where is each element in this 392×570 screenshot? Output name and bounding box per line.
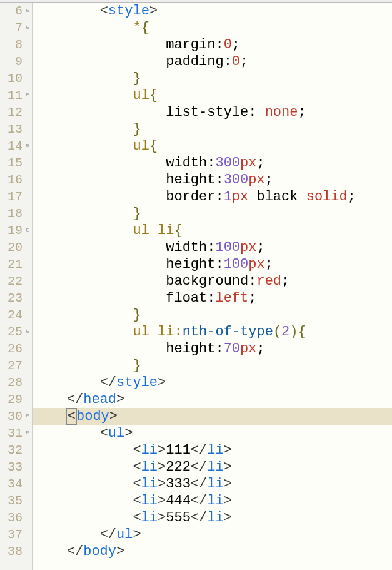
fold-marker[interactable]: ⊟ — [24, 19, 32, 36]
line-number[interactable]: 18 — [0, 205, 24, 222]
code-line[interactable]: ul{ — [33, 138, 392, 155]
code-line[interactable]: height:100px; — [33, 256, 392, 273]
line-number[interactable]: 35 — [0, 492, 24, 509]
fold-marker[interactable] — [24, 340, 32, 357]
code-line[interactable]: margin:0; — [33, 36, 392, 53]
fold-marker[interactable]: ⊟ — [24, 425, 32, 442]
fold-marker[interactable] — [24, 36, 32, 53]
line-number[interactable]: 11 — [0, 87, 24, 104]
code-line[interactable]: float:left; — [33, 290, 392, 307]
code-line[interactable]: list-style: none; — [33, 104, 392, 121]
fold-marker[interactable] — [24, 290, 32, 307]
code-line[interactable]: <li>111</li> — [33, 442, 392, 459]
fold-marker[interactable] — [24, 121, 32, 138]
fold-marker[interactable] — [24, 357, 32, 374]
code-line[interactable]: </body> — [33, 543, 392, 560]
code-line[interactable]: </style> — [33, 374, 392, 391]
fold-marker[interactable] — [24, 70, 32, 87]
fold-marker[interactable]: ⊟ — [24, 3, 32, 19]
fold-marker[interactable] — [24, 391, 32, 408]
fold-marker[interactable] — [24, 205, 32, 222]
line-number[interactable]: 37 — [0, 526, 24, 543]
line-number[interactable]: 9 — [0, 53, 24, 70]
line-number[interactable]: 36 — [0, 509, 24, 526]
code-line[interactable]: } — [33, 357, 392, 374]
fold-marker[interactable] — [24, 442, 32, 459]
code-line[interactable]: ul li:nth-of-type(2){ — [33, 323, 392, 340]
code-line[interactable]: </ul> — [33, 526, 392, 543]
fold-marker[interactable]: ⊟ — [24, 408, 32, 425]
fold-marker[interactable] — [24, 53, 32, 70]
line-number[interactable]: 24 — [0, 307, 24, 323]
line-number[interactable]: 15 — [0, 155, 24, 171]
code-line[interactable]: </head> — [33, 391, 392, 408]
fold-marker[interactable] — [24, 188, 32, 205]
code-line[interactable]: } — [33, 307, 392, 323]
line-number[interactable]: 29 — [0, 391, 24, 408]
code-line[interactable]: } — [33, 121, 392, 138]
fold-marker[interactable] — [24, 509, 32, 526]
line-number[interactable]: 26 — [0, 340, 24, 357]
code-line[interactable]: width:100px; — [33, 239, 392, 256]
line-number[interactable]: 28 — [0, 374, 24, 391]
code-line[interactable]: background:red; — [33, 273, 392, 290]
line-number[interactable]: 23 — [0, 290, 24, 307]
code-line[interactable]: border:1px black solid; — [33, 188, 392, 205]
line-number[interactable]: 32 — [0, 442, 24, 459]
code-line[interactable]: <style> — [33, 3, 392, 19]
line-number[interactable]: 13 — [0, 121, 24, 138]
code-line[interactable]: <li>222</li> — [33, 459, 392, 476]
fold-marker[interactable]: ⊟ — [24, 87, 32, 104]
code-line[interactable]: <li>333</li> — [33, 476, 392, 492]
line-number[interactable]: 10 — [0, 70, 24, 87]
code-line[interactable]: } — [33, 205, 392, 222]
line-number[interactable]: 6 — [0, 3, 24, 19]
fold-marker[interactable] — [24, 239, 32, 256]
line-number-gutter[interactable]: 6789101112131415161718192021222324252627… — [0, 3, 24, 570]
line-number[interactable]: 14 — [0, 138, 24, 155]
fold-marker[interactable] — [24, 526, 32, 543]
code-line[interactable]: <li>555</li> — [33, 509, 392, 526]
code-line[interactable]: <li>444</li> — [33, 492, 392, 509]
code-area[interactable]: <style> *{ margin:0; padding:0; } ul{ li… — [33, 3, 392, 570]
fold-marker[interactable] — [24, 459, 32, 476]
fold-marker[interactable] — [24, 543, 32, 560]
line-number[interactable]: 16 — [0, 171, 24, 188]
line-number[interactable]: 27 — [0, 357, 24, 374]
line-number[interactable]: 21 — [0, 256, 24, 273]
code-line[interactable]: ul li{ — [33, 222, 392, 239]
line-number[interactable]: 12 — [0, 104, 24, 121]
code-line[interactable]: } — [33, 70, 392, 87]
fold-marker[interactable] — [24, 492, 32, 509]
code-line[interactable]: *{ — [33, 19, 392, 36]
fold-marker[interactable] — [24, 256, 32, 273]
line-number[interactable]: 38 — [0, 543, 24, 560]
line-number[interactable]: 33 — [0, 459, 24, 476]
code-editor[interactable]: 6789101112131415161718192021222324252627… — [0, 3, 392, 570]
line-number[interactable]: 22 — [0, 273, 24, 290]
line-number[interactable]: 25 — [0, 323, 24, 340]
fold-marker[interactable] — [24, 155, 32, 171]
code-line[interactable]: height:70px; — [33, 340, 392, 357]
line-number[interactable]: 8 — [0, 36, 24, 53]
fold-marker[interactable]: ⊟ — [24, 138, 32, 155]
code-line[interactable]: height:300px; — [33, 171, 392, 188]
fold-marker[interactable] — [24, 476, 32, 492]
fold-marker[interactable] — [24, 171, 32, 188]
fold-gutter[interactable]: ⊟⊟⊟⊟⊟⊟⊟⊟ — [24, 3, 33, 570]
code-line[interactable]: width:300px; — [33, 155, 392, 171]
line-number[interactable]: 34 — [0, 476, 24, 492]
fold-marker[interactable] — [24, 374, 32, 391]
fold-marker[interactable]: ⊟ — [24, 323, 32, 340]
fold-marker[interactable] — [24, 104, 32, 121]
line-number[interactable]: 17 — [0, 188, 24, 205]
code-line[interactable]: <body> — [33, 408, 392, 425]
fold-marker[interactable]: ⊟ — [24, 222, 32, 239]
code-line[interactable]: <ul> — [33, 425, 392, 442]
code-line[interactable]: ul{ — [33, 87, 392, 104]
code-line[interactable]: padding:0; — [33, 53, 392, 70]
fold-marker[interactable] — [24, 273, 32, 290]
line-number[interactable]: 30 — [0, 408, 24, 425]
line-number[interactable]: 31 — [0, 425, 24, 442]
line-number[interactable]: 19 — [0, 222, 24, 239]
